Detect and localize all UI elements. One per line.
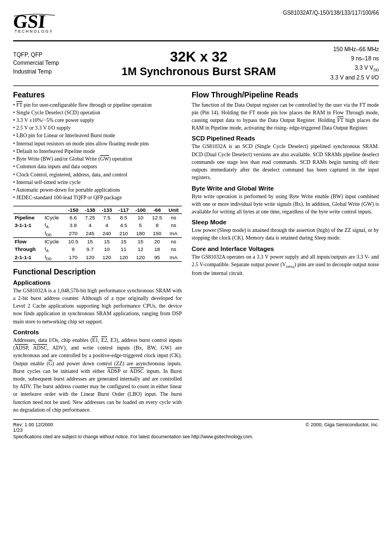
left-column: Features FT pin for user-configurable fl… — [13, 90, 182, 414]
table-row: 2-1-1-1 IDD 170 120 120 120 120 95 mA — [13, 253, 182, 261]
applications-heading: Applications — [13, 279, 182, 286]
list-item: Internal self-timed write cycle — [13, 179, 182, 186]
controls-heading: Controls — [13, 329, 182, 335]
list-item: Automatic power-down for portable applic… — [13, 186, 182, 194]
applications-text: The GS81032A is a 1,048,576-bit high per… — [13, 287, 182, 326]
list-item: Internal input resistors on mode pins al… — [13, 140, 182, 148]
functional-description-heading: Functional Description — [13, 267, 182, 276]
footer-right: © 2000, Giga Semiconductor, Inc. — [305, 422, 379, 433]
core-interface-heading: Core and Interface Voltages — [192, 246, 379, 252]
scd-text: The GS81032A is an SCD (Single Cycle Des… — [192, 143, 379, 181]
list-item: Clock Control, registered, address, data… — [13, 171, 182, 179]
part-number: GS81032AT/Q-150/138/133/117/100/66 — [283, 10, 379, 16]
byte-write-text: Byte write operation is performed by usi… — [192, 193, 379, 216]
table-row: Flow tCycle 10.5 15 15 15 15 20 ns — [13, 238, 182, 246]
list-item: Byte Write (BW) and/or Global Write (GW)… — [13, 155, 182, 163]
controls-text: Addresses, data I/Os, chip enables (E1, … — [13, 336, 182, 414]
page-footer: Rev: 1.00 12/2000 1/23 © 2000, Giga Semi… — [13, 419, 379, 433]
table-row: 3-1-1-1 tA 3.8 4 4 4.5 5 8 ns — [13, 221, 182, 229]
list-item: JEDEC-standard 100-lead TQFP or QFP pack… — [13, 194, 182, 201]
sleep-mode-heading: Sleep Mode — [192, 219, 379, 225]
page-header: GSI TECHNOLOGY GS81032AT/Q-150/138/133/1… — [13, 10, 379, 41]
list-item: Single Cycle Deselect (SCD) operation — [13, 109, 182, 117]
list-item: 2.5 V or 3.3 V I/O supply — [13, 124, 182, 132]
list-item: Default to Interleaved Pipeline mode — [13, 148, 182, 155]
scd-heading: SCD Pipelined Reads — [192, 135, 379, 142]
speed-voltage-info: 150 MHz–66 MHz 9 ns–18 ns 3.3 V VDD 3.3 … — [308, 45, 379, 82]
package-info: TQFP, QFP Commercial Temp Industrial Tem… — [13, 51, 89, 76]
list-item: LBO pin for Linear or Interleaved Burst … — [13, 132, 182, 139]
device-title: 32K x 32 1M Synchronous Burst SRAM — [89, 48, 308, 78]
core-interface-text: The GS81032A operates on a 3.3 V power s… — [192, 253, 379, 278]
features-list: FT pin for user-configurable flow throug… — [13, 101, 182, 202]
flow-pipeline-heading: Flow Through/Pipeline Reads — [192, 90, 379, 99]
main-content: Features FT pin for user-configurable fl… — [13, 90, 379, 414]
table-row: IDD 270 245 240 210 180 150 mA — [13, 229, 182, 237]
features-heading: Features — [13, 90, 182, 99]
footer-note: Specifications cited are subject to chan… — [13, 434, 379, 439]
table-row: Pipeline tCycle 6.6 7.25 7.5 8.5 10 12.5… — [13, 214, 182, 222]
footer-left: Rev: 1.00 12/2000 1/23 — [13, 422, 53, 433]
right-column: Flow Through/Pipeline Reads The function… — [192, 90, 379, 414]
sleep-mode-text: Low power (Sleep mode) is attained throu… — [192, 226, 379, 242]
logo-area: GSI TECHNOLOGY — [13, 10, 57, 37]
spec-table: -150 -138 -133 -117 -100 -66 Unit Pipeli… — [13, 206, 182, 262]
table-row: Through tA 9 9.7 10 11 12 18 ns — [13, 245, 182, 253]
flow-pipeline-text: The function of the Data Output register… — [192, 101, 379, 132]
title-block: TQFP, QFP Commercial Temp Industrial Tem… — [13, 45, 379, 86]
byte-write-heading: Byte Write and Global Write — [192, 185, 379, 192]
company-logo: GSI TECHNOLOGY — [13, 10, 57, 37]
svg-text:TECHNOLOGY: TECHNOLOGY — [15, 29, 53, 34]
list-item: 3.3 V ±10%/−5% core power supply — [13, 117, 182, 124]
list-item: Common data inputs and data outputs — [13, 163, 182, 170]
list-item: FT pin for user-configurable flow throug… — [13, 101, 182, 109]
